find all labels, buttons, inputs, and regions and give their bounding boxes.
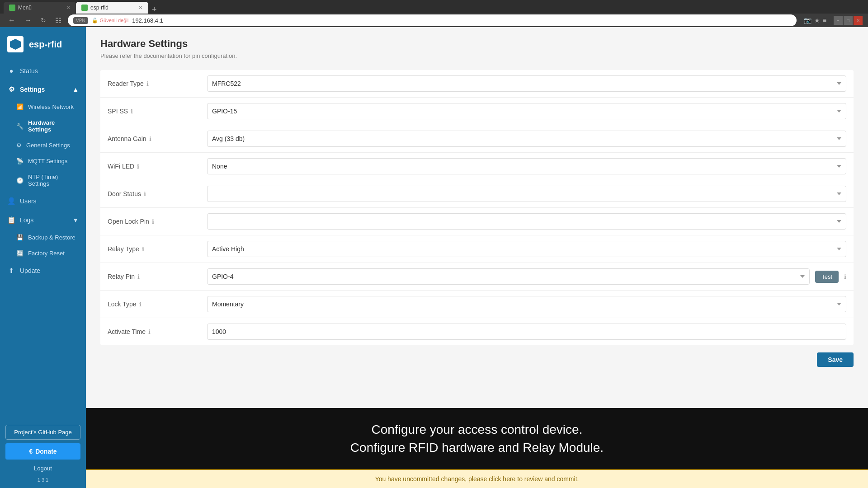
vpn-badge: VPN [73, 17, 88, 24]
browser-tabs: Menü ✕ esp-rfid ✕ + [0, 0, 868, 14]
tab-favicon-menu [9, 5, 15, 11]
ntp-icon: 🕐 [16, 177, 24, 184]
form-row-wifi-led: WiFi LED ℹ None GPIO-2 GPIO-4 [100, 153, 854, 180]
info-icon-lock-type[interactable]: ℹ [139, 301, 142, 308]
info-icon-spi-ss[interactable]: ℹ [131, 108, 133, 115]
form-row-antenna-gain: Antenna Gain ℹ Avg (33 db) Min (18 db) M… [100, 125, 854, 153]
info-icon-relay-type[interactable]: ℹ [142, 246, 144, 253]
address-box[interactable]: VPN 🔓 Güvenli değil 192.168.4.1 [68, 14, 797, 26]
promo-banner: Configure your access control device. Co… [86, 408, 868, 469]
settings-icon: ⚙ [7, 85, 15, 94]
field-activate-time [207, 324, 846, 340]
label-wifi-led: WiFi LED ℹ [108, 163, 207, 170]
info-icon-reader-type[interactable]: ℹ [146, 80, 149, 87]
close-window-button[interactable]: ✕ [854, 16, 863, 25]
version-text: 1.3.1 [5, 477, 80, 483]
sidebar-item-logs[interactable]: 📋 Logs ▼ [0, 211, 86, 230]
form-row-relay-type: Relay Type ℹ Active High Active Low [100, 235, 854, 263]
select-reader-type[interactable]: MFRC522 PN532 Wiegand [207, 75, 846, 92]
form-row-door-status: Door Status ℹ GPIO-4 GPIO-5 [100, 180, 854, 208]
bookmark-button[interactable]: ★ [814, 17, 820, 24]
logout-button[interactable]: Logout [5, 463, 80, 474]
home-button[interactable]: ☷ [52, 15, 64, 26]
field-door-status: GPIO-4 GPIO-5 [207, 186, 846, 202]
select-door-status[interactable]: GPIO-4 GPIO-5 [207, 186, 846, 202]
sidebar-label-ntp: NTP (Time) Settings [28, 174, 79, 187]
logo-icon-inner [10, 39, 21, 50]
sidebar-item-status[interactable]: ● Status [0, 61, 86, 80]
field-relay-type: Active High Active Low [207, 241, 846, 257]
sidebar-item-backup[interactable]: 💾 Backup & Restore [0, 230, 86, 245]
page-content: Hardware Settings Please refer the docum… [86, 27, 868, 408]
donate-label: Donate [35, 448, 57, 455]
logo-icon [7, 36, 24, 52]
logs-group-icon: 📋 Logs [7, 216, 33, 224]
relay-pin-with-test: GPIO-4 GPIO-5 GPIO-14 Test ℹ [207, 268, 846, 285]
wireless-icon: 📶 [16, 103, 24, 110]
new-tab-button[interactable]: + [148, 5, 160, 14]
input-activate-time[interactable] [207, 324, 846, 340]
page-title: Hardware Settings [100, 38, 854, 50]
sidebar-label-status: Status [20, 67, 38, 75]
refresh-button[interactable]: ↻ [38, 16, 49, 25]
menu-button[interactable]: ≡ [823, 17, 826, 24]
select-wifi-led[interactable]: None GPIO-2 GPIO-4 [207, 158, 846, 174]
info-icon-activate-time[interactable]: ℹ [148, 328, 151, 335]
form-row-activate-time: Activate Time ℹ [100, 318, 854, 345]
screenshot-button[interactable]: 📷 [804, 17, 811, 24]
forward-button[interactable]: → [22, 15, 34, 25]
info-icon-open-lock-pin[interactable]: ℹ [152, 218, 154, 225]
select-open-lock-pin[interactable]: GPIO-4 GPIO-5 [207, 213, 846, 230]
label-reader-type: Reader Type ℹ [108, 80, 207, 87]
vpn-label: VPN [76, 18, 85, 23]
save-button[interactable]: Save [817, 352, 854, 367]
settings-chevron-icon: ▲ [72, 86, 79, 93]
maximize-button[interactable]: □ [844, 16, 853, 25]
browser-tab-esp-rfid[interactable]: esp-rfid ✕ [76, 2, 148, 14]
info-icon-door-status[interactable]: ℹ [144, 191, 146, 197]
sidebar-item-general[interactable]: ⚙ General Settings [0, 137, 86, 153]
field-open-lock-pin: GPIO-4 GPIO-5 [207, 213, 846, 230]
sidebar-label-logs: Logs [20, 216, 33, 224]
test-button[interactable]: Test [815, 271, 839, 283]
factory-icon: 🔄 [16, 250, 24, 257]
back-button[interactable]: ← [5, 15, 18, 25]
github-button[interactable]: Project's GitHub Page [5, 425, 80, 440]
info-icon-wifi-led[interactable]: ℹ [137, 163, 139, 170]
donate-icon: € [29, 448, 33, 455]
main-content: Hardware Settings Please refer the docum… [86, 27, 868, 488]
label-activate-time: Activate Time ℹ [108, 328, 207, 335]
label-door-status: Door Status ℹ [108, 190, 207, 197]
sidebar-item-mqtt[interactable]: 📡 MQTT Settings [0, 153, 86, 169]
save-area: Save [100, 345, 854, 374]
sidebar-item-settings[interactable]: ⚙ Settings ▲ [0, 80, 86, 99]
sidebar-item-users[interactable]: 👤 Users [0, 192, 86, 211]
tab-close-esp-rfid[interactable]: ✕ [138, 5, 143, 11]
sidebar-item-ntp[interactable]: 🕐 NTP (Time) Settings [0, 169, 86, 192]
status-icon: ● [7, 67, 15, 75]
notification-bar[interactable]: You have uncommitted changes, please cli… [86, 469, 868, 488]
select-antenna-gain[interactable]: Avg (33 db) Min (18 db) Max (48 db) [207, 131, 846, 147]
tab-favicon-esp-rfid [81, 5, 88, 11]
sidebar-label-general: General Settings [26, 142, 70, 149]
field-wifi-led: None GPIO-2 GPIO-4 [207, 158, 846, 174]
sidebar-item-update[interactable]: ⬆ Update [0, 261, 86, 280]
sidebar-item-factory[interactable]: 🔄 Factory Reset [0, 245, 86, 261]
select-relay-pin[interactable]: GPIO-4 GPIO-5 GPIO-14 [207, 268, 810, 285]
info-icon-antenna-gain[interactable]: ℹ [149, 136, 151, 142]
select-relay-type[interactable]: Active High Active Low [207, 241, 846, 257]
sidebar-item-wireless[interactable]: 📶 Wireless Network [0, 99, 86, 115]
tab-close-menu[interactable]: ✕ [66, 5, 71, 11]
info-icon-test[interactable]: ℹ [844, 273, 846, 280]
sidebar-item-hardware[interactable]: 🔧 Hardware Settings [0, 115, 86, 137]
settings-group-icon: ⚙ Settings [7, 85, 45, 94]
select-spi-ss[interactable]: GPIO-15 GPIO-4 GPIO-5 [207, 103, 846, 119]
minimize-button[interactable]: − [834, 16, 843, 25]
sidebar-label-backup: Backup & Restore [28, 234, 75, 241]
browser-tab-menu[interactable]: Menü ✕ [4, 2, 76, 14]
browser-actions: 📷 ★ ≡ [804, 17, 826, 24]
label-relay-pin: Relay Pin ℹ [108, 273, 207, 280]
select-lock-type[interactable]: Momentary Continuous [207, 296, 846, 312]
info-icon-relay-pin[interactable]: ℹ [137, 273, 140, 280]
donate-button[interactable]: € Donate [5, 443, 80, 460]
